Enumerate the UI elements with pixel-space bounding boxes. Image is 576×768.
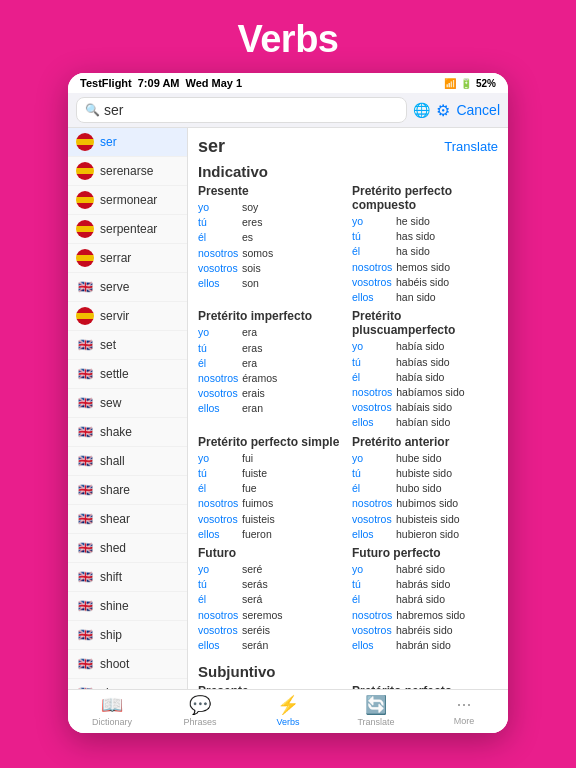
- uk-flag: 🇬🇧: [76, 452, 94, 470]
- sidebar-item[interactable]: serrar: [68, 244, 187, 273]
- sidebar-item[interactable]: 🇬🇧share: [68, 476, 187, 505]
- pronoun: ellos: [352, 638, 392, 653]
- pronoun: vosotros: [198, 623, 238, 638]
- tab-icon: ···: [456, 694, 471, 715]
- verb-form: hubisteis sido: [396, 512, 460, 527]
- pronoun: vosotros: [198, 386, 238, 401]
- sidebar-item[interactable]: serpentear: [68, 215, 187, 244]
- pronoun: él: [352, 592, 392, 607]
- conjugation-row: nosotroshubimos sido: [352, 496, 498, 511]
- sidebar-item[interactable]: 🇬🇧shift: [68, 563, 187, 592]
- pronoun: nosotros: [352, 385, 392, 400]
- uk-flag: 🇬🇧: [76, 597, 94, 615]
- tense-column: Pretérito perfecto compuestoyohe sidotúh…: [352, 184, 498, 305]
- pronoun: yo: [352, 214, 392, 229]
- search-icon: 🔍: [85, 103, 100, 117]
- pronoun: nosotros: [198, 496, 238, 511]
- sidebar-item[interactable]: servir: [68, 302, 187, 331]
- tab-bar: 📖Dictionary💬Phrases⚡Verbs🔄Translate···Mo…: [68, 689, 508, 733]
- conjugation-row: vosotroshabréis sido: [352, 623, 498, 638]
- uk-flag: 🇬🇧: [76, 365, 94, 383]
- conjugation-row: vosotrossois: [198, 261, 344, 276]
- conjugation-row: nosotroséramos: [198, 371, 344, 386]
- pronoun: él: [198, 356, 238, 371]
- tab-item[interactable]: 💬Phrases: [156, 694, 244, 727]
- verb-form: hubimos sido: [396, 496, 458, 511]
- verb-form: habrán sido: [396, 638, 451, 653]
- pronoun: él: [352, 481, 392, 496]
- pronoun: vosotros: [198, 512, 238, 527]
- sidebar-item[interactable]: serenarse: [68, 157, 187, 186]
- tense-pair: Pretérito perfecto simpleyofuitúfuisteél…: [198, 435, 498, 542]
- device-frame: TestFlight 7:09 AM Wed May 1 📶 🔋 52% 🔍 s…: [68, 73, 508, 733]
- sidebar-item[interactable]: 🇬🇧set: [68, 331, 187, 360]
- uk-flag: 🇬🇧: [76, 481, 94, 499]
- conjugation-row: élha sido: [352, 244, 498, 259]
- pronoun: él: [198, 481, 238, 496]
- sidebar-item[interactable]: 🇬🇧shop: [68, 679, 187, 689]
- verb-form: habéis sido: [396, 275, 449, 290]
- conjugation-row: elloshabían sido: [352, 415, 498, 430]
- verb-form: habrás sido: [396, 577, 450, 592]
- tab-item[interactable]: 📖Dictionary: [68, 694, 156, 727]
- conjugation-row: elloshabrán sido: [352, 638, 498, 653]
- translate-button[interactable]: Translate: [444, 139, 498, 154]
- tab-item[interactable]: ⚡Verbs: [244, 694, 332, 727]
- page-title-area: Verbs: [0, 0, 576, 73]
- sidebar-item[interactable]: 🇬🇧shoot: [68, 650, 187, 679]
- tab-item[interactable]: 🔄Translate: [332, 694, 420, 727]
- tab-item[interactable]: ···More: [420, 694, 508, 727]
- uk-flag: 🇬🇧: [76, 568, 94, 586]
- pronoun: yo: [352, 451, 392, 466]
- conjugation-row: élhabía sido: [352, 370, 498, 385]
- tense-pair: Presenteyosoytúeresélesnosotrossomosvoso…: [198, 184, 498, 305]
- sidebar-item[interactable]: 🇬🇧shed: [68, 534, 187, 563]
- pronoun: nosotros: [198, 371, 238, 386]
- mood-header: Subjuntivo: [198, 663, 498, 680]
- tense-name: Pretérito perfecto simple: [198, 435, 344, 449]
- spain-flag: [76, 220, 94, 238]
- pronoun: ellos: [198, 527, 238, 542]
- sidebar-item[interactable]: 🇬🇧shear: [68, 505, 187, 534]
- verb-form: es: [242, 230, 253, 245]
- tense-column: Futuro perfectoyohabré sidotúhabrás sido…: [352, 546, 498, 653]
- conjugation-row: vosotrosseréis: [198, 623, 344, 638]
- tab-label: Translate: [357, 717, 394, 727]
- sidebar-item[interactable]: 🇬🇧shake: [68, 418, 187, 447]
- conjugation-row: túfuiste: [198, 466, 344, 481]
- conjugation-row: nosotrossomos: [198, 246, 344, 261]
- tense-name: Presente: [198, 184, 344, 198]
- globe-icon[interactable]: 🌐: [413, 102, 430, 118]
- settings-icon[interactable]: ⚙: [436, 101, 450, 120]
- tab-label: Phrases: [183, 717, 216, 727]
- search-input-wrap[interactable]: 🔍 ser: [76, 97, 407, 123]
- sidebar-item[interactable]: 🇬🇧shine: [68, 592, 187, 621]
- pronoun: nosotros: [198, 608, 238, 623]
- tense-name: Pretérito anterior: [352, 435, 498, 449]
- verb-form: era: [242, 325, 257, 340]
- tense-column: Pretérito perfecto simpleyofuitúfuisteél…: [198, 435, 344, 542]
- verb-form: he sido: [396, 214, 430, 229]
- status-time: 7:09 AM: [138, 77, 180, 89]
- sidebar-item[interactable]: 🇬🇧sew: [68, 389, 187, 418]
- cancel-button[interactable]: Cancel: [456, 102, 500, 118]
- sidebar-item[interactable]: 🇬🇧serve: [68, 273, 187, 302]
- tab-icon: ⚡: [277, 694, 299, 716]
- spain-flag: [76, 162, 94, 180]
- verb-form: habré sido: [396, 562, 445, 577]
- pronoun: ellos: [352, 527, 392, 542]
- conjugation-row: vosotroshabíais sido: [352, 400, 498, 415]
- battery-icon: 🔋: [460, 78, 472, 89]
- conjugation-row: éles: [198, 230, 344, 245]
- sidebar-word: ship: [100, 628, 122, 642]
- sidebar-item[interactable]: sermonear: [68, 186, 187, 215]
- sidebar-item[interactable]: ser: [68, 128, 187, 157]
- tense-column: Pretérito anterioryohube sidotúhubiste s…: [352, 435, 498, 542]
- sidebar-item[interactable]: 🇬🇧ship: [68, 621, 187, 650]
- verb-form: han sido: [396, 290, 436, 305]
- verb-form: fueron: [242, 527, 272, 542]
- pronoun: ellos: [352, 290, 392, 305]
- sidebar-item[interactable]: 🇬🇧shall: [68, 447, 187, 476]
- pronoun: nosotros: [198, 246, 238, 261]
- sidebar-item[interactable]: 🇬🇧settle: [68, 360, 187, 389]
